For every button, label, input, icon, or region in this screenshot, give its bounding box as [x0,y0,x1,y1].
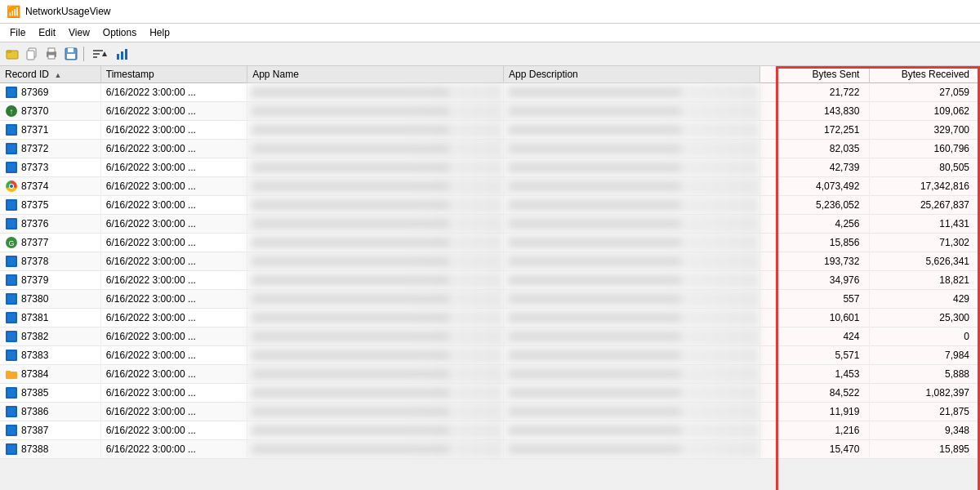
menu-options[interactable]: Options [96,25,143,40]
table-row[interactable]: 87378 6/16/2022 3:00:00 ... 193,732 5,62… [0,252,980,271]
toolbar-open-btn[interactable] [3,45,21,63]
cell-record-id: 87371 [0,121,100,140]
row-icon [5,424,18,437]
table-row[interactable]: 87376 6/16/2022 3:00:00 ... 4,256 11,431 [0,215,980,234]
table-row[interactable]: ↑ 87370 6/16/2022 3:00:00 ... 143,830 10… [0,102,980,121]
cell-app-name [247,252,504,271]
cell-app-description [504,309,760,327]
svg-rect-55 [7,426,16,434]
menu-view[interactable]: View [62,25,96,40]
col-header-record-id[interactable]: Record ID ▲ [0,66,100,83]
cell-record-id: ↑ 87370 [0,102,100,121]
row-icon [5,86,18,99]
svg-rect-45 [7,332,16,341]
cell-bytes-sent: 193,732 [760,252,870,271]
table-row[interactable]: 87383 6/16/2022 3:00:00 ... 5,571 7,984 [0,346,980,365]
table-row[interactable]: 87380 6/16/2022 3:00:00 ... 557 429 [0,290,980,309]
cell-record-id: 87378 [0,252,100,271]
table-header-row: Record ID ▲ Timestamp App Name App Descr… [0,66,980,83]
svg-rect-33 [7,220,16,228]
cell-record-id: 87374 [0,177,100,196]
cell-record-id: 87380 [0,290,100,309]
row-icon [5,405,18,418]
svg-rect-31 [7,201,16,209]
cell-timestamp: 6/16/2022 3:00:00 ... [100,196,247,215]
table-row[interactable]: 87371 6/16/2022 3:00:00 ... 172,251 329,… [0,121,980,140]
toolbar-print-btn[interactable] [42,45,60,63]
cell-timestamp: 6/16/2022 3:00:00 ... [100,140,247,158]
cell-app-description [504,252,760,271]
cell-bytes-sent: 10,601 [760,309,870,327]
cell-app-name [247,83,504,102]
svg-rect-8 [68,48,74,52]
cell-app-name [247,196,504,215]
col-header-timestamp[interactable]: Timestamp [100,66,247,83]
cell-record-id: 87388 [0,440,100,459]
cell-app-description [504,271,760,290]
cell-app-description [504,102,760,121]
toolbar-save-btn[interactable] [62,45,80,63]
cell-bytes-received: 11,431 [870,215,980,234]
cell-app-name [247,403,504,421]
col-header-bytes-received[interactable]: Bytes Received [870,66,980,83]
cell-bytes-received: 27,059 [870,83,980,102]
cell-bytes-sent: 143,830 [760,102,870,121]
svg-point-29 [10,185,13,188]
cell-app-name [247,271,504,290]
cell-record-id: 87383 [0,346,100,365]
toolbar-sort-btn[interactable] [87,45,112,63]
col-header-app-name[interactable]: App Name [247,66,504,83]
toolbar-copy-btn[interactable] [23,45,41,63]
row-icon [5,292,18,305]
table-row[interactable]: 87382 6/16/2022 3:00:00 ... 424 0 [0,327,980,346]
col-header-bytes-sent[interactable]: Bytes Sent [760,66,870,83]
cell-app-description [504,421,760,440]
row-icon [5,180,18,193]
svg-rect-24 [7,145,16,153]
cell-bytes-received: 429 [870,290,980,309]
cell-timestamp: 6/16/2022 3:00:00 ... [100,158,247,177]
table-row[interactable]: 87372 6/16/2022 3:00:00 ... 82,035 160,7… [0,140,980,158]
table-row[interactable]: 87384 6/16/2022 3:00:00 ... 1,453 5,888 [0,365,980,384]
table-row[interactable]: 87385 6/16/2022 3:00:00 ... 84,522 1,082… [0,384,980,403]
row-icon [5,123,18,136]
table-row[interactable]: 87381 6/16/2022 3:00:00 ... 10,601 25,30… [0,309,980,327]
cell-app-description [504,234,760,252]
table-row[interactable]: 87374 6/16/2022 3:00:00 ... 4,073,492 17… [0,177,980,196]
table-row[interactable]: 87373 6/16/2022 3:00:00 ... 42,739 80,50… [0,158,980,177]
cell-bytes-sent: 82,035 [760,140,870,158]
cell-bytes-sent: 4,256 [760,215,870,234]
cell-bytes-received: 0 [870,327,980,346]
svg-text:G: G [8,239,14,247]
table-row[interactable]: 87387 6/16/2022 3:00:00 ... 1,216 9,348 [0,421,980,440]
title-bar: 📶 NetworkUsageView [0,0,980,24]
menu-bar: File Edit View Options Help [0,24,980,42]
table-row[interactable]: 87386 6/16/2022 3:00:00 ... 11,919 21,87… [0,403,980,421]
cell-app-description [504,140,760,158]
table-row[interactable]: G 87377 6/16/2022 3:00:00 ... 15,856 71,… [0,234,980,252]
svg-rect-39 [7,276,16,284]
cell-record-id: 87385 [0,384,100,403]
table-row[interactable]: 87379 6/16/2022 3:00:00 ... 34,976 18,82… [0,271,980,290]
menu-edit[interactable]: Edit [32,25,62,40]
cell-app-name [247,121,504,140]
table-row[interactable]: 87388 6/16/2022 3:00:00 ... 15,470 15,89… [0,440,980,459]
cell-timestamp: 6/16/2022 3:00:00 ... [100,421,247,440]
svg-rect-43 [7,314,16,322]
menu-file[interactable]: File [3,25,32,40]
row-icon [5,443,18,456]
cell-bytes-received: 160,796 [870,140,980,158]
svg-rect-48 [6,372,17,379]
menu-help[interactable]: Help [143,25,176,40]
table-row[interactable]: 87369 6/16/2022 3:00:00 ... 21,722 27,05… [0,83,980,102]
row-icon: ↑ [5,105,18,118]
cell-bytes-sent: 84,522 [760,384,870,403]
svg-text:↑: ↑ [10,107,14,116]
toolbar [0,42,980,66]
toolbar-chart-btn[interactable] [114,45,131,63]
row-icon [5,311,18,324]
table-row[interactable]: 87375 6/16/2022 3:00:00 ... 5,236,052 25… [0,196,980,215]
table-container: Record ID ▲ Timestamp App Name App Descr… [0,66,980,490]
svg-rect-51 [7,389,16,397]
col-header-app-description[interactable]: App Description [504,66,760,83]
